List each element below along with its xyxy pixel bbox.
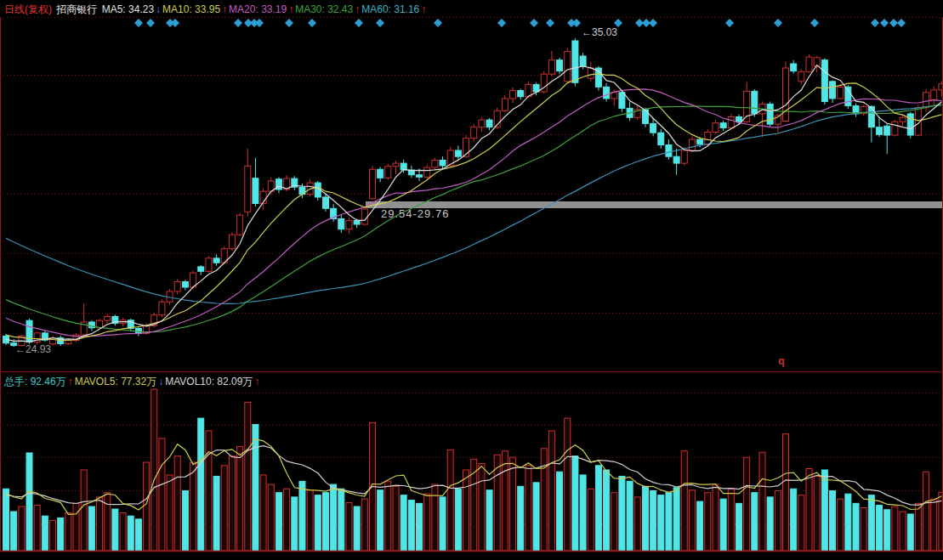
- watermark-letter: q: [778, 354, 785, 367]
- ma-label-1: MA10: 33.95: [162, 3, 220, 15]
- ma-arrow-1: ↑: [222, 3, 227, 15]
- ma-arrow-3: ↑: [355, 3, 360, 15]
- ma-arrow-4: ↑: [421, 3, 426, 15]
- mavol-arrow-0: ↑: [68, 376, 73, 387]
- ma-arrow-0: ↓: [156, 3, 161, 15]
- mavol-label-2: MAVOL10: 82.09万: [165, 376, 253, 387]
- mavol-arrow-2: ↑: [254, 376, 259, 387]
- ma-label-4: MA60: 31.16: [361, 3, 419, 15]
- gap-zone-annotation: 29.54-29.76: [381, 207, 449, 220]
- period-label: 日线(复权): [4, 3, 52, 15]
- mavol-label-0: 总手: 92.46万: [4, 376, 66, 387]
- peak-price-annotation: ←35.03: [582, 26, 617, 38]
- stock-name: 招商银行: [56, 3, 97, 15]
- chart-canvas[interactable]: [0, 0, 943, 560]
- gap-band: [366, 201, 943, 208]
- ma-label-3: MA30: 32.43: [295, 3, 353, 15]
- low-price-annotation: ←24.93: [15, 343, 51, 355]
- mavol-arrow-1: ↓: [158, 376, 163, 387]
- ma-arrow-2: ↑: [288, 3, 293, 15]
- ma-label-0: MA5: 34.23: [102, 3, 154, 15]
- price-pane-header: 日线(复权) 招商银行 MA5: 34.23↓MA10: 33.95↑MA20:…: [4, 3, 429, 17]
- mavol-label-1: MAVOL5: 77.32万: [75, 376, 157, 387]
- chart-window: 日线(复权) 招商银行 MA5: 34.23↓MA10: 33.95↑MA20:…: [0, 0, 943, 560]
- ma-legend: MA5: 34.23↓MA10: 33.95↑MA20: 33.19↑MA30:…: [102, 3, 429, 15]
- ma-label-2: MA20: 33.19: [229, 3, 287, 15]
- mavol-legend: 总手: 92.46万↑MAVOL5: 77.32万↓MAVOL10: 82.09…: [4, 376, 261, 387]
- volume-pane-header: 总手: 92.46万↑MAVOL5: 77.32万↓MAVOL10: 82.09…: [4, 375, 263, 389]
